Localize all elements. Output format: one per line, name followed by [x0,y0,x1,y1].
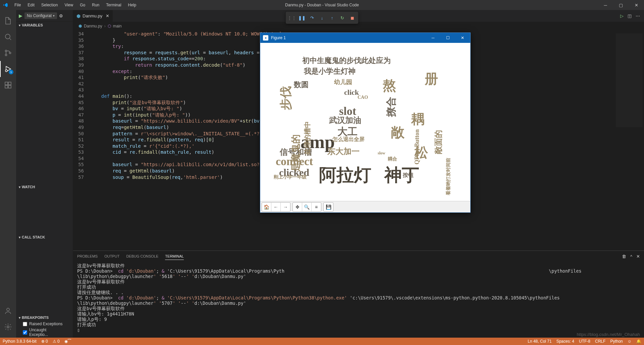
menu-terminal[interactable]: Terminal [103,1,124,9]
split-editor-icon[interactable]: ◫ [628,13,632,18]
menu-file[interactable]: File [11,1,24,9]
wordcloud-word: 阿拉灯 [319,163,371,187]
wordcloud-word: CAO [358,95,368,100]
panel-close-icon[interactable]: ✕ [636,254,640,259]
vscode-icon [3,2,8,8]
figure-maximize[interactable]: ☐ [443,36,453,40]
panel-tab-terminal[interactable]: TERMINAL [165,253,184,260]
bp-uncaught-checkbox[interactable] [23,330,27,335]
section-watch[interactable]: ▾WATCH [16,184,73,190]
status-broadcast-icon[interactable]: ◉⁀ [64,339,71,344]
activity-source-control[interactable] [0,45,16,61]
wordcloud-word: 刚上小学一年级 [274,174,307,180]
wordcloud-word: 步伐 [278,86,294,110]
tab-close-icon[interactable]: ✕ [106,13,109,18]
status-feedback-icon[interactable]: ☺ [628,339,632,344]
debug-step-out-button[interactable]: ↑ [327,13,337,22]
fig-save-icon[interactable]: 💾 [324,203,333,211]
debug-restart-button[interactable]: ↻ [337,13,347,22]
activity-settings[interactable] [0,319,16,335]
activity-explorer[interactable] [0,13,16,29]
section-callstack[interactable]: ▾CALL STACK [16,234,73,240]
status-lncol[interactable]: Ln 48, Col 71 [528,339,551,344]
wordcloud-word: 怎么退出全屏 [332,136,365,143]
tab-danmu[interactable]: ⬢ Danmu.py ✕ [73,10,113,22]
editor-actions: ▷ ◫ ⋯ [620,13,644,18]
run-icon[interactable]: ▷ [620,13,624,18]
menu-help[interactable]: Help [125,1,140,9]
section-variables[interactable]: ▾VARIABLES [16,22,73,28]
menu-go[interactable]: Go [77,1,88,9]
panel-trash-icon[interactable]: 🗑 [622,254,626,259]
bp-uncaught[interactable]: Uncaught Exceptio... [16,327,73,338]
fig-back-icon[interactable]: ← [271,203,281,211]
figure-toolbar: 🏠 ← → ✥ 🔍 ≡ 💾 [260,201,470,212]
menu-view[interactable]: View [61,1,76,9]
fig-configure-icon[interactable]: ≡ [312,203,321,211]
svg-point-3 [9,52,11,54]
breadcrumb-symbol[interactable]: main [113,24,122,28]
status-encoding[interactable]: UTF-8 [579,339,590,344]
status-eol[interactable]: CRLF [595,339,605,344]
panel-maximize-icon[interactable]: ^ [630,254,632,259]
menu-bar: FileEditSelectionViewGoRunTerminalHelp [11,1,139,9]
breadcrumb-file[interactable]: Danmu.py [84,24,102,28]
status-python[interactable]: Python 3.8.3 64-bit [3,339,37,344]
status-errors[interactable]: ⊗ 0 [41,339,48,344]
figure-minimize[interactable]: ─ [428,36,438,40]
config-gear-icon[interactable]: ⚙ [59,13,63,18]
debug-step-over-button[interactable]: ↷ [307,13,317,22]
activity-extensions[interactable] [0,77,16,93]
wordcloud-word: 看着哟打发时间前 [445,158,451,195]
debug-pause-button[interactable]: ❚❚ [297,13,307,22]
panel-tab-output[interactable]: OUTPUT [104,253,119,260]
menu-edit[interactable]: Edit [24,1,38,9]
figure-titlebar[interactable]: ✦ Figure 1 ─ ☐ ✕ [260,33,470,43]
section-breakpoints[interactable]: ▾BREAKPOINTS [16,314,73,321]
debug-toolbar[interactable]: ⋮⋮ ❚❚ ↷ ↓ ↑ ↻ ◼ [286,12,358,24]
figure-close[interactable]: ✕ [458,36,468,40]
activity-debug[interactable]: 1 [0,61,16,77]
fig-forward-icon[interactable]: → [281,203,290,211]
figure-window[interactable]: ✦ Figure 1 ─ ☐ ✕ 阿拉灯神丁ampconnectclicked大… [260,32,471,213]
wordcloud-word: 册 [425,70,438,88]
menu-run[interactable]: Run [89,1,102,9]
symbol-function-icon: ⬡ [108,24,111,28]
more-actions-icon[interactable]: ⋯ [636,13,640,18]
wordcloud-word: 幼儿园 [334,78,352,86]
minimize-button[interactable]: ─ [598,0,613,10]
svg-point-0 [5,34,10,39]
minimap[interactable] [614,30,644,251]
fig-zoom-icon[interactable]: 🔍 [302,203,312,211]
debug-step-into-button[interactable]: ↓ [317,13,327,22]
panel-tab-problems[interactable]: PROBLEMS [77,253,98,260]
tab-bar: ⬢ Danmu.py ✕ ▷ ◫ ⋯ [73,10,644,22]
statusbar: Python 3.8.3 64-bit ⊗ 0 ⚠ 0 ◉⁀ Ln 48, Co… [0,338,644,345]
status-spaces[interactable]: Spaces: 4 [556,339,574,344]
fig-pan-icon[interactable]: ✥ [293,203,302,211]
status-lang[interactable]: Python [610,339,623,344]
status-bell-icon[interactable]: 🔔 [636,339,641,344]
maximize-button[interactable]: ▢ [613,0,629,10]
wordcloud-word: 敞面的 [433,130,444,154]
start-debug-icon[interactable]: ▶ [19,13,22,18]
bp-raised-checkbox[interactable] [23,322,27,326]
debug-drag-handle[interactable]: ⋮⋮ [287,13,297,22]
activity-account[interactable] [0,303,16,319]
panel-tabs: PROBLEMSOUTPUTDEBUG CONSOLETERMINAL 🗑 ^ … [73,251,644,262]
python-file-icon: ⬢ [76,13,80,19]
panel-tab-debug-console[interactable]: DEBUG CONSOLE [126,253,158,260]
fig-home-icon[interactable]: 🏠 [262,203,271,211]
debug-stop-button[interactable]: ◼ [347,13,357,22]
menu-selection[interactable]: Selection [38,1,61,9]
svg-rect-7 [5,85,8,88]
activity-bar: 1 [0,10,16,338]
status-warnings[interactable]: ⚠ 0 [53,339,60,344]
breadcrumb[interactable]: ⬢ Danmu.py › ⬡ main [73,22,644,30]
bp-raised[interactable]: Raised Exceptions [16,321,73,327]
activity-search[interactable] [0,29,16,45]
close-button[interactable]: ✕ [629,0,644,10]
terminal[interactable]: 这是bv号弹幕获取软件PS D:\Douban> cd 'd:\Douban';… [73,262,644,338]
config-select[interactable]: No Configurat ▾ [24,12,57,19]
figure-canvas: 阿拉灯神丁ampconnectclicked大工slotclickCAO武汉加油… [260,43,470,201]
